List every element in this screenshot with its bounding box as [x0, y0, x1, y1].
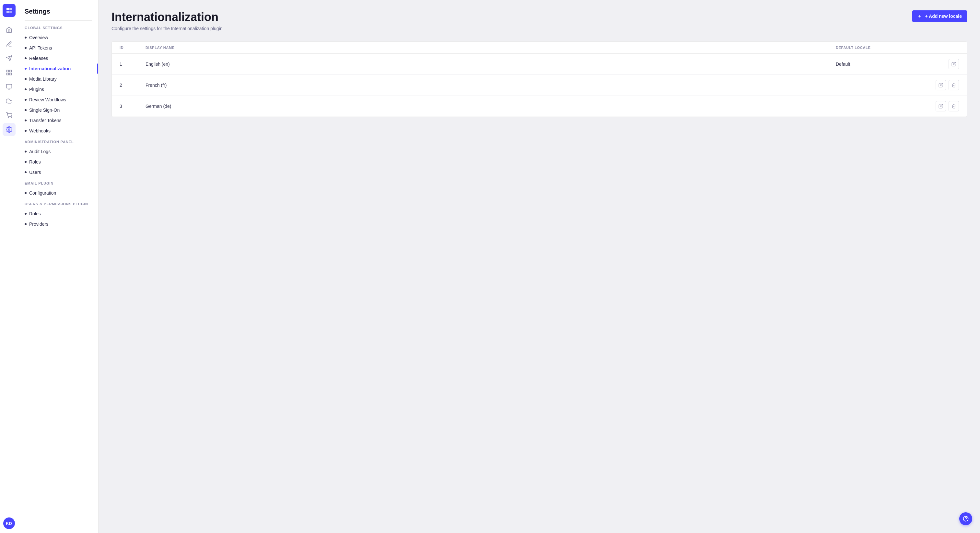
- bullet-icon: [25, 192, 27, 194]
- sidebar-item-internationalization[interactable]: Internationalization: [18, 63, 98, 74]
- page-header: Internationalization Configure the setti…: [111, 10, 967, 31]
- svg-point-14: [11, 117, 11, 118]
- locale-id-2: 2: [119, 82, 145, 88]
- bullet-icon: [25, 119, 27, 121]
- bullet-icon: [25, 151, 27, 152]
- table-header: ID DISPLAY NAME DEFAULT LOCALE: [112, 42, 967, 54]
- delete-locale-3-button[interactable]: [948, 101, 959, 111]
- home-nav-icon[interactable]: [3, 23, 16, 36]
- sidebar-item-roles-permissions[interactable]: Roles: [18, 209, 98, 219]
- bullet-icon: [25, 109, 27, 111]
- display-name-column-header: DISPLAY NAME: [145, 46, 836, 49]
- svg-point-13: [8, 117, 8, 118]
- sidebar-item-providers[interactable]: Providers: [18, 219, 98, 229]
- locale-id-3: 3: [119, 104, 145, 109]
- svg-rect-9: [6, 73, 8, 75]
- global-settings-section-label: GLOBAL SETTINGS: [18, 26, 98, 32]
- svg-rect-10: [6, 84, 12, 89]
- sidebar-item-transfer-tokens[interactable]: Transfer Tokens: [18, 115, 98, 125]
- page-title: Internationalization: [111, 10, 222, 24]
- svg-rect-1: [10, 8, 12, 10]
- bullet-icon: [25, 161, 27, 163]
- user-avatar[interactable]: KD: [3, 517, 15, 529]
- edit-locale-1-button[interactable]: [948, 59, 959, 69]
- svg-point-15: [8, 129, 10, 130]
- edit-locale-2-button[interactable]: [935, 80, 946, 90]
- nav-sidebar: Settings GLOBAL SETTINGS Overview API To…: [18, 0, 99, 533]
- locale-display-name-3: German (de): [145, 104, 836, 109]
- default-locale-column-header: DEFAULT LOCALE: [836, 46, 926, 49]
- svg-rect-3: [10, 11, 12, 13]
- bullet-icon: [25, 89, 27, 90]
- row-actions-3: [926, 101, 959, 111]
- delete-locale-2-button[interactable]: [948, 80, 959, 90]
- cloud-nav-icon[interactable]: [3, 95, 16, 108]
- locale-display-name-1: English (en): [145, 62, 836, 67]
- add-locale-button[interactable]: + Add new locale: [912, 10, 967, 22]
- edit-locale-3-button[interactable]: [935, 101, 946, 111]
- logo-area: [3, 4, 16, 17]
- sidebar-item-audit-logs[interactable]: Audit Logs: [18, 146, 98, 157]
- sidebar-item-users[interactable]: Users: [18, 167, 98, 178]
- main-content: Internationalization Configure the setti…: [99, 0, 980, 533]
- sidebar-item-configuration[interactable]: Configuration: [18, 188, 98, 198]
- bullet-icon: [25, 36, 27, 38]
- admin-section-label: ADMINISTRATION PANEL: [18, 140, 98, 146]
- sidebar-item-webhooks[interactable]: Webhooks: [18, 125, 98, 136]
- sidebar-item-releases[interactable]: Releases: [18, 53, 98, 63]
- marketplace-nav-icon[interactable]: [3, 109, 16, 122]
- nav-title: Settings: [18, 8, 98, 21]
- bullet-icon: [25, 68, 27, 70]
- sidebar-item-plugins[interactable]: Plugins: [18, 84, 98, 95]
- svg-rect-6: [6, 70, 8, 72]
- deploy-nav-icon[interactable]: [3, 52, 16, 65]
- cms-nav-icon[interactable]: [3, 80, 16, 93]
- help-button[interactable]: [959, 512, 972, 525]
- table-row: 3 German (de): [112, 96, 967, 117]
- row-actions-1: [926, 59, 959, 69]
- media-nav-icon[interactable]: [3, 66, 16, 79]
- logo-button[interactable]: [3, 4, 16, 17]
- bullet-icon: [25, 47, 27, 49]
- svg-rect-0: [6, 8, 9, 10]
- bullet-icon: [25, 78, 27, 80]
- email-section-label: EMAIL PLUGIN: [18, 181, 98, 188]
- bullet-icon: [25, 57, 27, 59]
- locales-table: ID DISPLAY NAME DEFAULT LOCALE 1 English…: [111, 41, 967, 117]
- nav-divider: [25, 21, 92, 21]
- sidebar-item-roles-admin[interactable]: Roles: [18, 157, 98, 167]
- svg-rect-2: [6, 11, 9, 13]
- settings-nav-icon[interactable]: [3, 123, 16, 136]
- sidebar-item-overview[interactable]: Overview: [18, 32, 98, 43]
- sidebar-item-single-sign-on[interactable]: Single Sign-On: [18, 105, 98, 115]
- row-actions-2: [926, 80, 959, 90]
- table-row: 1 English (en) Default: [112, 54, 967, 75]
- bullet-icon: [25, 223, 27, 225]
- sidebar-item-api-tokens[interactable]: API Tokens: [18, 43, 98, 53]
- bullet-icon: [25, 99, 27, 101]
- locale-display-name-2: French (fr): [145, 82, 836, 88]
- sidebar-item-media-library[interactable]: Media Library: [18, 74, 98, 84]
- content-nav-icon[interactable]: [3, 38, 16, 51]
- svg-rect-8: [10, 73, 11, 75]
- sidebar-item-review-workflows[interactable]: Review Workflows: [18, 95, 98, 105]
- bullet-icon: [25, 130, 27, 132]
- users-permissions-section-label: USERS & PERMISSIONS PLUGIN: [18, 202, 98, 209]
- bullet-icon: [25, 213, 27, 215]
- svg-rect-7: [10, 70, 11, 72]
- actions-column-header: [926, 46, 959, 49]
- page-title-group: Internationalization Configure the setti…: [111, 10, 222, 31]
- locale-default-1: Default: [836, 62, 926, 67]
- table-row: 2 French (fr): [112, 75, 967, 96]
- id-column-header: ID: [119, 46, 145, 49]
- bullet-icon: [25, 171, 27, 173]
- page-subtitle: Configure the settings for the Internati…: [111, 26, 222, 31]
- icon-sidebar: KD: [0, 0, 18, 533]
- locale-id-1: 1: [119, 62, 145, 67]
